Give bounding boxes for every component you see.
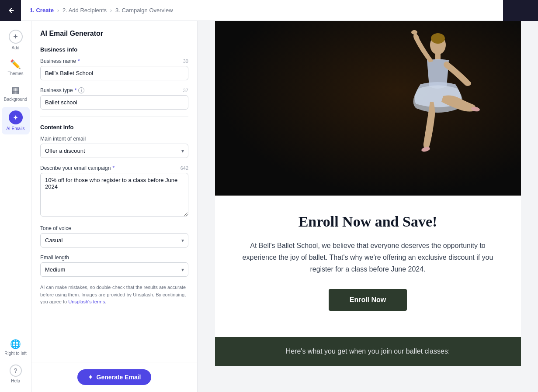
disclaimer-text: AI can make mistakes, so double-check th… [40, 284, 188, 306]
ai-emails-icon: ✦ [9, 110, 23, 124]
email-container: Enroll Now and Save! At Bell's Ballet Sc… [215, 21, 521, 366]
email-footer-text: Here's what you get when you join our ba… [233, 347, 503, 355]
business-name-input[interactable] [40, 66, 188, 80]
email-preview: Enroll Now and Save! At Bell's Ballet Sc… [198, 21, 538, 392]
business-type-required: * [75, 87, 77, 93]
top-bar: 1. Create › 2. Add Recipients › 3. Campa… [0, 0, 538, 21]
svg-point-5 [464, 81, 471, 86]
email-length-field: Email length Short Medium Long ▾ [40, 254, 188, 277]
campaign-description-label: Describe your email campaign [40, 165, 111, 171]
help-icon: ? [10, 364, 22, 377]
tone-label: Tone of voice [40, 225, 71, 231]
business-name-char-count: 30 [183, 58, 188, 64]
email-hero-image [215, 21, 521, 196]
left-panel: AI Email Generator Business info Busines… [31, 21, 198, 392]
dancer-svg [346, 25, 486, 191]
campaign-description-required: * [112, 165, 115, 171]
sidebar-item-themes[interactable]: ✏️ Themes [2, 55, 30, 79]
business-type-char-count: 37 [183, 88, 188, 93]
main-intent-label: Main intent of email [40, 136, 86, 142]
email-length-select-wrapper: Short Medium Long ▾ [40, 262, 188, 277]
main-layout: + Add ✏️ Themes ▦ Background ✦ AI Emails… [0, 21, 538, 392]
sidebar-item-right-to-left[interactable]: 🌐 Right to left [2, 335, 30, 359]
sidebar-item-themes-label: Themes [7, 71, 23, 76]
sidebar-item-add-label: Add [12, 45, 20, 50]
business-type-info-icon[interactable]: i [78, 87, 84, 93]
campaign-description-char-count: 642 [180, 165, 188, 171]
enroll-now-button[interactable]: Enroll Now [329, 289, 407, 311]
generate-email-button[interactable]: ✦ Generate Email [77, 369, 152, 385]
business-info-section-title: Business info [40, 46, 188, 53]
sidebar-item-background-label: Background [4, 97, 27, 102]
tone-select-wrapper: Casual Professional Friendly Formal ▾ [40, 233, 188, 248]
themes-icon: ✏️ [10, 59, 21, 69]
breadcrumb: 1. Create › 2. Add Recipients › 3. Campa… [21, 7, 503, 14]
step-1[interactable]: 1. Create [30, 7, 54, 14]
sidebar-item-background[interactable]: ▦ Background [2, 81, 30, 105]
unsplash-terms-link[interactable]: Unsplash's terms [68, 299, 105, 304]
svg-point-2 [431, 33, 445, 44]
right-to-left-icon: 🌐 [10, 339, 21, 349]
sidebar-item-add[interactable]: + Add [2, 26, 30, 54]
business-name-label: Business name [40, 58, 76, 64]
tone-select[interactable]: Casual Professional Friendly Formal [40, 233, 188, 248]
add-icon: + [9, 30, 23, 44]
tone-field: Tone of voice Casual Professional Friend… [40, 225, 188, 248]
bottom-bar: ✦ Generate Email [31, 362, 197, 392]
main-intent-select-wrapper: Offer a discount Announce event Newslett… [40, 144, 188, 158]
email-body-text: At Bell's Ballet School, we believe that… [241, 240, 495, 275]
svg-point-4 [411, 30, 417, 34]
generate-sparkle-icon: ✦ [88, 374, 93, 381]
sidebar-item-help-label: Help [11, 378, 20, 383]
background-icon: ▦ [11, 85, 20, 95]
email-headline: Enroll Now and Save! [241, 213, 495, 231]
top-right-button[interactable] [503, 0, 538, 21]
sidebar-item-help[interactable]: ? Help [2, 361, 30, 387]
panel-title: AI Email Generator [40, 30, 188, 38]
generate-email-label: Generate Email [97, 374, 141, 381]
main-intent-field: Main intent of email Offer a discount An… [40, 136, 188, 158]
email-length-select[interactable]: Short Medium Long [40, 262, 188, 277]
ballet-dancer-background [215, 21, 521, 196]
back-button[interactable] [0, 0, 21, 21]
sidebar-item-ai-emails[interactable]: ✦ AI Emails [2, 107, 30, 134]
business-name-required: * [78, 58, 80, 64]
sidebar-item-ai-emails-label: AI Emails [6, 126, 24, 131]
email-footer-section: Here's what you get when you join our ba… [215, 337, 521, 366]
breadcrumb-sep-1: › [57, 7, 59, 14]
left-nav: + Add ✏️ Themes ▦ Background ✦ AI Emails… [0, 21, 31, 392]
step-3[interactable]: 3. Campaign Overview [115, 7, 173, 14]
sidebar-item-right-to-left-label: Right to left [4, 351, 27, 356]
business-type-input[interactable] [40, 95, 188, 110]
business-name-field: Business name * 30 [40, 58, 188, 80]
business-type-label: Business type [40, 87, 73, 93]
breadcrumb-sep-2: › [110, 7, 112, 14]
email-length-label: Email length [40, 254, 69, 261]
main-intent-select[interactable]: Offer a discount Announce event Newslett… [40, 144, 188, 158]
campaign-description-field: Describe your email campaign * 642 10% o… [40, 165, 188, 218]
business-type-field: Business type * i 37 [40, 87, 188, 110]
step-2[interactable]: 2. Add Recipients [62, 7, 107, 14]
content-info-section-title: Content info [40, 124, 188, 131]
email-body: Enroll Now and Save! At Bell's Ballet Sc… [215, 196, 521, 337]
campaign-description-textarea[interactable]: 10% off for those who register to a clas… [40, 173, 188, 217]
